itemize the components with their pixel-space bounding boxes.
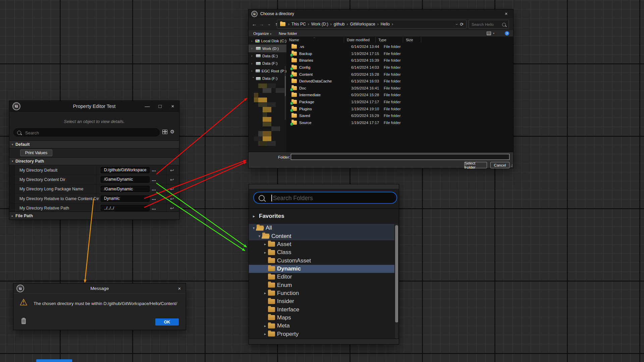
search-box[interactable] (469, 20, 509, 28)
sidebar-drive-item[interactable]: › Work (D:) (249, 45, 286, 52)
file-name[interactable]: Backup (299, 52, 351, 56)
file-name[interactable]: Config (299, 65, 351, 69)
organize-button[interactable]: Organize ▾ (253, 32, 271, 36)
section-caret-icon[interactable]: ▸ (9, 214, 15, 218)
folder-tree-item[interactable]: Dynamic (249, 265, 394, 273)
file-name[interactable]: Content (299, 72, 351, 76)
folder-name[interactable]: Enum (277, 282, 292, 289)
browse-ellipsis-button[interactable]: … (152, 167, 156, 172)
file-name[interactable]: Plugins (299, 107, 351, 111)
sidebar-drive-item[interactable]: › EGC Root (P:) (249, 67, 286, 75)
expander-chevron-icon[interactable]: › (251, 62, 255, 65)
taskbar-window-fragment[interactable] (36, 359, 72, 362)
favorites-section[interactable]: ▸ Favorites (249, 211, 399, 221)
breadcrumb-segment[interactable]: › Work (D:) (308, 22, 328, 26)
folder-name[interactable]: Asset (277, 241, 291, 248)
folder-name[interactable]: CustomAsset (277, 257, 311, 264)
folder-name[interactable]: Property (277, 331, 299, 338)
file-name[interactable]: Intermediate (299, 93, 351, 97)
folder-tree-item[interactable]: ▾ All (249, 224, 394, 232)
folder-name[interactable]: Maps (277, 314, 291, 321)
folder-name-input[interactable] (291, 154, 509, 160)
breadcrumb-label[interactable]: This PC (291, 22, 306, 26)
breadcrumb-segment[interactable]: › github (330, 22, 345, 26)
expander-chevron-icon[interactable]: › (252, 77, 255, 81)
column-splitter[interactable] (96, 194, 96, 203)
search-input[interactable] (24, 129, 153, 136)
column-splitter[interactable] (96, 166, 96, 175)
folder-tree-item[interactable]: ▸ Class (249, 248, 394, 256)
minimize-icon[interactable]: — (141, 101, 154, 111)
file-row[interactable]: .vs 6/14/2024 13:44 File folder (286, 43, 513, 50)
folder-tree-item[interactable]: ▸ Property (249, 330, 394, 338)
property-value-input[interactable]: Dynamic (101, 195, 150, 202)
close-icon[interactable]: × (173, 284, 186, 293)
file-row[interactable]: DerivedDataCache 6/13/2024 16:03 File fo… (286, 78, 513, 85)
expander-chevron-icon[interactable]: › (251, 54, 255, 58)
reset-to-default-icon[interactable]: ↩ (170, 168, 174, 173)
expander-chevron-icon[interactable]: › (251, 47, 255, 50)
dialog-titlebar[interactable]: Message (13, 284, 186, 294)
folder-name[interactable]: Meta (277, 322, 290, 329)
forward-icon[interactable]: → (258, 21, 265, 27)
search-input[interactable] (471, 21, 501, 28)
breadcrumb-segment[interactable]: › Hello (377, 22, 390, 26)
section-default[interactable]: ▾ Default (9, 140, 179, 148)
file-name[interactable]: Source (299, 121, 351, 125)
sidebar-drive-item[interactable]: › Data (F:) (249, 75, 286, 82)
gear-icon[interactable]: ⚙ (170, 129, 174, 135)
close-icon[interactable]: × (499, 9, 513, 18)
tree-caret-icon[interactable]: ▸ (262, 242, 268, 246)
folder-tree-item[interactable]: ▸ Function (249, 289, 394, 297)
browse-ellipsis-button[interactable]: … (152, 205, 156, 210)
sidebar-scrollbar[interactable] (285, 66, 286, 120)
file-row[interactable]: Saved 6/20/2024 15:29 File folder (286, 112, 513, 119)
help-icon[interactable] (505, 31, 509, 36)
file-row[interactable]: Backup 1/19/2024 17:15 File folder (286, 50, 513, 57)
file-row[interactable]: Config 6/14/2024 14:03 File folder (286, 64, 513, 71)
folder-tree-item[interactable]: ▾ Content (249, 232, 394, 240)
search-folders-box[interactable]: Search Folders (253, 192, 397, 204)
file-name[interactable]: DerivedDataCache (299, 79, 351, 83)
folder-name[interactable]: Class (277, 249, 291, 256)
reset-to-default-icon[interactable]: ↩ (170, 196, 174, 201)
file-row[interactable]: Content 6/20/2024 15:28 File folder (286, 71, 513, 78)
tree-caret-icon[interactable]: ▸ (262, 250, 268, 255)
property-value-input[interactable]: /Game/Dynamic (101, 186, 150, 192)
breadcrumb-segment[interactable]: › This PC (288, 22, 306, 26)
file-row[interactable]: Binaries 6/13/2024 15:39 File folder (286, 57, 513, 64)
breadcrumb-label[interactable]: Hello (381, 22, 390, 26)
folder-tree-item[interactable]: ▸ Meta (249, 322, 394, 330)
breadcrumb-segment[interactable]: › GitWorkspace (347, 22, 375, 26)
tree-caret-icon[interactable]: ▸ (262, 324, 268, 328)
address-dropdown-icon[interactable]: › (454, 24, 459, 25)
ok-button[interactable]: OK (155, 318, 179, 325)
browse-ellipsis-button[interactable]: … (152, 196, 156, 201)
folder-name[interactable]: Function (277, 290, 299, 297)
file-row[interactable]: Package 1/19/2024 17:17 File folder (286, 99, 513, 106)
sidebar-drive-item[interactable]: › Local Disk (C:) (249, 37, 286, 45)
column-splitter[interactable] (96, 175, 96, 184)
file-row[interactable]: Plugins 1/19/2024 19:10 File folder (286, 105, 513, 112)
favorites-caret-icon[interactable]: ▸ (249, 214, 259, 219)
folder-name[interactable]: All (266, 225, 272, 231)
column-size[interactable]: Size (403, 37, 421, 43)
folder-name[interactable]: Interface (277, 306, 299, 313)
expander-chevron-icon[interactable]: › (251, 69, 255, 73)
browse-ellipsis-button[interactable]: … (152, 186, 156, 191)
history-chevron-icon[interactable]: › (267, 24, 272, 25)
folder-name[interactable]: Insider (277, 298, 294, 305)
folder-name[interactable]: Dynamic (277, 265, 301, 272)
reset-to-default-icon[interactable]: ↩ (170, 177, 174, 182)
view-mode-icon[interactable] (487, 32, 491, 35)
browse-ellipsis-button[interactable]: … (152, 177, 156, 182)
file-row[interactable]: Intermediate 6/20/2024 15:28 File folder (286, 92, 513, 99)
reset-to-default-icon[interactable]: ↩ (170, 186, 174, 192)
file-name[interactable]: .vs (299, 45, 351, 49)
folder-name[interactable]: Editor (277, 274, 292, 280)
scrollbar-thumb[interactable] (395, 225, 398, 322)
view-caret-icon[interactable]: ▾ (493, 32, 494, 35)
maximize-icon[interactable]: □ (154, 101, 166, 111)
cancel-button[interactable]: Cancel (490, 162, 509, 168)
file-name[interactable]: Package (299, 100, 351, 104)
